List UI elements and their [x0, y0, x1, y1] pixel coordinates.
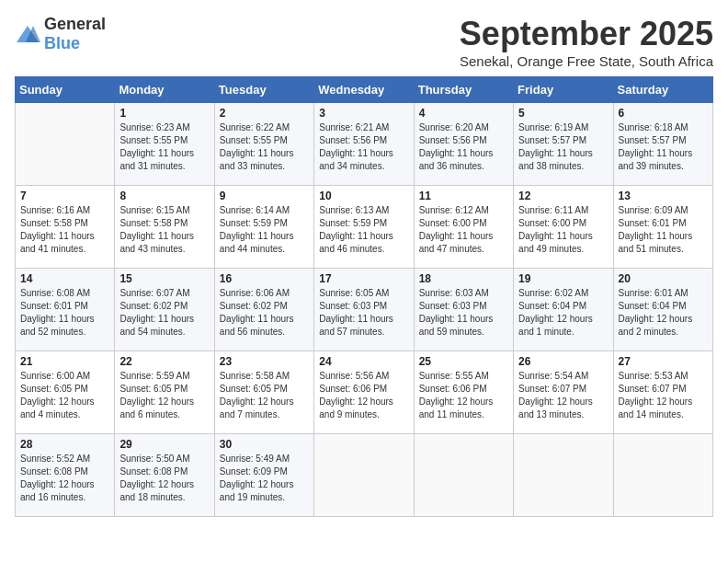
- calendar-cell: 26 Sunrise: 5:54 AMSunset: 6:07 PMDaylig…: [514, 351, 613, 434]
- day-info: Sunrise: 6:01 AMSunset: 6:04 PMDaylight:…: [619, 288, 693, 337]
- logo-blue: Blue: [44, 34, 80, 52]
- header: General Blue September 2025 Senekal, Ora…: [15, 15, 713, 69]
- day-number: 30: [220, 438, 309, 451]
- day-number: 16: [220, 272, 309, 285]
- calendar-cell: 18 Sunrise: 6:03 AMSunset: 6:03 PMDaylig…: [414, 269, 513, 351]
- weekday-header-wednesday: Wednesday: [314, 77, 414, 103]
- day-info: Sunrise: 6:14 AMSunset: 5:59 PMDaylight:…: [220, 205, 294, 254]
- calendar-cell: 23 Sunrise: 5:58 AMSunset: 6:05 PMDaylig…: [214, 351, 313, 434]
- day-number: 22: [119, 355, 209, 368]
- day-number: 12: [518, 190, 608, 202]
- calendar-cell: 15 Sunrise: 6:07 AMSunset: 6:02 PMDaylig…: [115, 269, 214, 351]
- day-number: 9: [220, 190, 309, 202]
- calendar-cell: [613, 434, 712, 517]
- calendar-cell: [314, 434, 414, 517]
- day-number: 6: [619, 107, 708, 120]
- day-number: 10: [319, 190, 408, 202]
- weekday-header-tuesday: Tuesday: [214, 77, 313, 103]
- day-number: 14: [20, 272, 109, 285]
- calendar-header-row: SundayMondayTuesdayWednesdayThursdayFrid…: [16, 77, 713, 103]
- calendar-body: 1 Sunrise: 6:23 AMSunset: 5:55 PMDayligh…: [16, 103, 713, 517]
- day-info: Sunrise: 6:15 AMSunset: 5:58 PMDaylight:…: [119, 205, 194, 254]
- day-number: 18: [419, 272, 508, 285]
- day-number: 17: [319, 272, 408, 285]
- calendar-cell: 22 Sunrise: 5:59 AMSunset: 6:05 PMDaylig…: [115, 351, 214, 434]
- calendar-cell: 7 Sunrise: 6:16 AMSunset: 5:58 PMDayligh…: [16, 186, 115, 269]
- day-info: Sunrise: 5:55 AMSunset: 6:06 PMDaylight:…: [419, 371, 494, 419]
- calendar-cell: 5 Sunrise: 6:19 AMSunset: 5:57 PMDayligh…: [514, 103, 613, 186]
- day-info: Sunrise: 5:52 AMSunset: 6:08 PMDaylight:…: [20, 454, 95, 502]
- day-number: 4: [419, 107, 508, 120]
- day-info: Sunrise: 5:58 AMSunset: 6:05 PMDaylight:…: [220, 371, 294, 419]
- day-info: Sunrise: 5:59 AMSunset: 6:05 PMDaylight:…: [119, 371, 194, 419]
- day-info: Sunrise: 6:18 AMSunset: 5:57 PMDaylight:…: [619, 122, 693, 171]
- calendar-cell: 6 Sunrise: 6:18 AMSunset: 5:57 PMDayligh…: [613, 103, 712, 186]
- calendar-cell: 1 Sunrise: 6:23 AMSunset: 5:55 PMDayligh…: [115, 103, 214, 186]
- day-number: 2: [220, 107, 309, 120]
- calendar-cell: 8 Sunrise: 6:15 AMSunset: 5:58 PMDayligh…: [115, 186, 214, 269]
- calendar-cell: 19 Sunrise: 6:02 AMSunset: 6:04 PMDaylig…: [514, 269, 613, 351]
- day-info: Sunrise: 6:16 AMSunset: 5:58 PMDaylight:…: [20, 205, 95, 254]
- day-info: Sunrise: 6:07 AMSunset: 6:02 PMDaylight:…: [119, 288, 194, 337]
- day-info: Sunrise: 5:56 AMSunset: 6:06 PMDaylight:…: [319, 371, 393, 419]
- weekday-header-sunday: Sunday: [16, 77, 115, 103]
- calendar-week-row: 1 Sunrise: 6:23 AMSunset: 5:55 PMDayligh…: [16, 103, 713, 186]
- day-info: Sunrise: 6:11 AMSunset: 6:00 PMDaylight:…: [518, 205, 593, 254]
- calendar-week-row: 21 Sunrise: 6:00 AMSunset: 6:05 PMDaylig…: [16, 351, 713, 434]
- day-info: Sunrise: 6:21 AMSunset: 5:56 PMDaylight:…: [319, 122, 393, 171]
- day-number: 23: [220, 355, 309, 368]
- day-number: 13: [619, 190, 708, 202]
- logo-text: General Blue: [44, 15, 106, 53]
- day-info: Sunrise: 6:13 AMSunset: 5:59 PMDaylight:…: [319, 205, 393, 254]
- day-number: 21: [20, 355, 109, 368]
- day-info: Sunrise: 6:02 AMSunset: 6:04 PMDaylight:…: [518, 288, 593, 337]
- day-info: Sunrise: 6:23 AMSunset: 5:55 PMDaylight:…: [119, 122, 194, 171]
- calendar-cell: 30 Sunrise: 5:49 AMSunset: 6:09 PMDaylig…: [214, 434, 313, 517]
- day-number: 29: [119, 438, 209, 451]
- day-number: 28: [20, 438, 109, 451]
- day-info: Sunrise: 6:19 AMSunset: 5:57 PMDaylight:…: [518, 122, 593, 171]
- calendar-cell: 20 Sunrise: 6:01 AMSunset: 6:04 PMDaylig…: [613, 269, 712, 351]
- day-info: Sunrise: 6:08 AMSunset: 6:01 PMDaylight:…: [20, 288, 95, 337]
- day-info: Sunrise: 5:54 AMSunset: 6:07 PMDaylight:…: [518, 371, 593, 419]
- logo: General Blue: [15, 15, 106, 53]
- calendar-cell: 12 Sunrise: 6:11 AMSunset: 6:00 PMDaylig…: [514, 186, 613, 269]
- calendar-cell: [414, 434, 513, 517]
- title-area: September 2025 Senekal, Orange Free Stat…: [460, 15, 713, 69]
- logo-icon: [15, 24, 40, 44]
- calendar-cell: [16, 103, 115, 186]
- day-info: Sunrise: 6:05 AMSunset: 6:03 PMDaylight:…: [319, 288, 393, 337]
- calendar-cell: 2 Sunrise: 6:22 AMSunset: 5:55 PMDayligh…: [214, 103, 313, 186]
- calendar-cell: 25 Sunrise: 5:55 AMSunset: 6:06 PMDaylig…: [414, 351, 513, 434]
- day-info: Sunrise: 6:22 AMSunset: 5:55 PMDaylight:…: [220, 122, 294, 171]
- day-info: Sunrise: 6:20 AMSunset: 5:56 PMDaylight:…: [419, 122, 494, 171]
- calendar-cell: 17 Sunrise: 6:05 AMSunset: 6:03 PMDaylig…: [314, 269, 414, 351]
- calendar-week-row: 7 Sunrise: 6:16 AMSunset: 5:58 PMDayligh…: [16, 186, 713, 269]
- day-number: 15: [119, 272, 209, 285]
- day-info: Sunrise: 5:50 AMSunset: 6:08 PMDaylight:…: [119, 454, 194, 502]
- day-number: 7: [20, 190, 109, 202]
- day-number: 19: [518, 272, 608, 285]
- day-number: 8: [119, 190, 209, 202]
- day-info: Sunrise: 5:53 AMSunset: 6:07 PMDaylight:…: [619, 371, 693, 419]
- calendar-cell: 13 Sunrise: 6:09 AMSunset: 6:01 PMDaylig…: [613, 186, 712, 269]
- weekday-header-friday: Friday: [514, 77, 613, 103]
- logo-general: General: [44, 15, 106, 33]
- weekday-header-monday: Monday: [115, 77, 214, 103]
- calendar-cell: 10 Sunrise: 6:13 AMSunset: 5:59 PMDaylig…: [314, 186, 414, 269]
- calendar-cell: 9 Sunrise: 6:14 AMSunset: 5:59 PMDayligh…: [214, 186, 313, 269]
- day-number: 5: [518, 107, 608, 120]
- calendar-cell: 4 Sunrise: 6:20 AMSunset: 5:56 PMDayligh…: [414, 103, 513, 186]
- calendar-cell: 16 Sunrise: 6:06 AMSunset: 6:02 PMDaylig…: [214, 269, 313, 351]
- day-info: Sunrise: 6:06 AMSunset: 6:02 PMDaylight:…: [220, 288, 294, 337]
- day-number: 25: [419, 355, 508, 368]
- day-number: 20: [619, 272, 708, 285]
- calendar-cell: 29 Sunrise: 5:50 AMSunset: 6:08 PMDaylig…: [115, 434, 214, 517]
- calendar-week-row: 14 Sunrise: 6:08 AMSunset: 6:01 PMDaylig…: [16, 269, 713, 351]
- calendar-cell: 21 Sunrise: 6:00 AMSunset: 6:05 PMDaylig…: [16, 351, 115, 434]
- day-info: Sunrise: 6:03 AMSunset: 6:03 PMDaylight:…: [419, 288, 494, 337]
- calendar-table: SundayMondayTuesdayWednesdayThursdayFrid…: [15, 76, 713, 517]
- day-info: Sunrise: 6:09 AMSunset: 6:01 PMDaylight:…: [619, 205, 693, 254]
- calendar-cell: 28 Sunrise: 5:52 AMSunset: 6:08 PMDaylig…: [16, 434, 115, 517]
- calendar-cell: 27 Sunrise: 5:53 AMSunset: 6:07 PMDaylig…: [613, 351, 712, 434]
